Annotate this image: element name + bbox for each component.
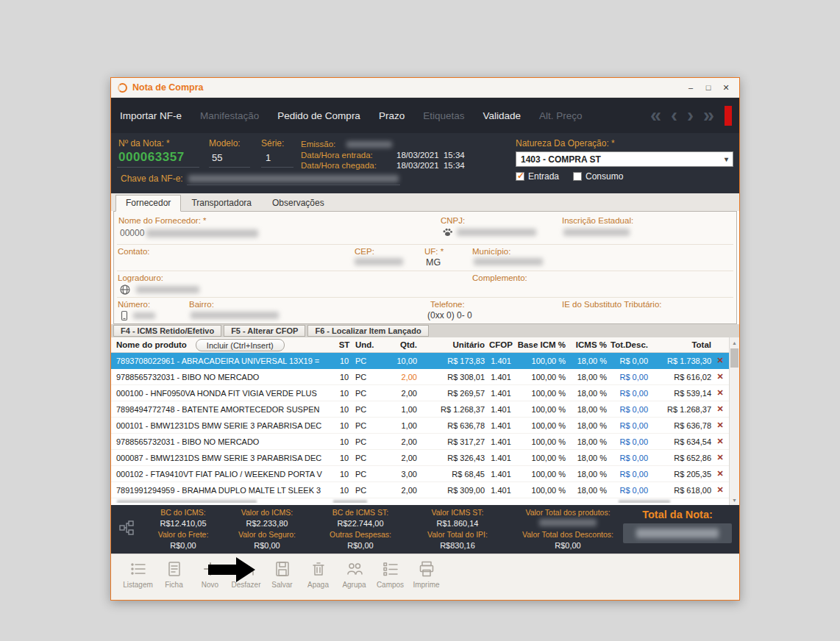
table-row[interactable]: 7891991294959 - BRAHMA DUPLO MALTE LT SL… [111,482,739,498]
salvar-button[interactable]: Salvar [264,559,300,589]
unitario-cell: R$ 1.268,37 [417,405,485,414]
tab-fornecedor[interactable]: Fornecedor [115,195,181,212]
chave-nfe-value-redacted [188,175,399,182]
menu-etiquetas: Etiquetas [423,110,464,121]
first-record-icon[interactable]: « [650,106,661,126]
table-row[interactable]: 000102 - FTA9410VT FIAT PALIO / WEEKEND … [111,466,739,482]
complemento-label: Complemento: [472,273,527,282]
icms-cell: 18,00 % [566,373,607,382]
qtd-cell: 2,00 [379,437,417,446]
divider [117,271,733,271]
imprime-button[interactable]: Imprime [408,559,444,589]
f6-localizar-item-button[interactable]: F6 - Localizar Item Lançado [307,325,428,337]
menu-validade[interactable]: Validade [483,110,521,121]
tab-strip: Fornecedor Transportadora Observações [111,193,739,211]
ficha-button[interactable]: Ficha [156,559,192,589]
total-cell: R$ 205,35 [648,470,711,479]
valor-icms-label: Valor do ICMS: [241,507,293,518]
emissao-value-redacted [346,141,392,148]
f5-alterar-cfop-button[interactable]: F5 - Alterar CFOP [224,325,305,337]
tot-desc-cell: R$ 0,00 [607,373,648,382]
scrollbar-thumb[interactable] [730,348,738,368]
cfop-cell: 1.401 [485,454,517,462]
logradouro-label: Logradouro: [118,273,163,282]
table-row[interactable]: 000087 - BMW1231DS BMW SERIE 3 PARABRISA… [111,450,739,466]
base-icm-cell: 100,00 % [517,373,566,382]
cfop-cell: 1.401 [485,437,517,446]
data-hora-chegada-label: Data/Hora chegada: [301,161,377,170]
municipio-value-redacted [474,258,543,265]
cfop-cell: 1.401 [485,357,517,365]
consumo-checkbox[interactable]: Consumo [573,171,623,182]
unitario-cell: R$ 636,78 [417,421,485,430]
st-cell: 10 [335,421,354,430]
previous-record-icon[interactable]: ‹ [671,106,677,126]
base-icm-cell: 100,00 % [517,470,566,479]
tab-transportadora[interactable]: Transportadora [181,195,262,212]
agrupa-button[interactable]: Agrupa [336,559,372,589]
table-row[interactable]: 000100 - HNF0950VA HONDA FIT VIGIA VERDE… [111,385,739,401]
last-record-icon[interactable]: » [703,106,714,126]
table-row[interactable]: 7898494772748 - BATENTE AMORTECEDOR SUSP… [111,401,739,418]
delete-row-icon[interactable]: ✕ [711,437,729,446]
apaga-button[interactable]: Apaga [300,559,336,589]
delete-row-icon[interactable]: ✕ [711,420,729,430]
base-icm-cell: 100,00 % [517,421,566,430]
total-da-nota: Total da Nota: [623,509,732,543]
cep-label: CEP: [355,247,374,256]
table-row[interactable]: 000101 - BMW1231DS BMW SERIE 3 PARABRISA… [111,418,739,434]
chevron-down-icon: ▾ [725,155,728,163]
listagem-label: Listagem [123,581,153,589]
serie-value: 1 [266,152,271,163]
f4-icms-retido-button[interactable]: F4 - ICMS Retido/Efetivo [113,325,221,337]
delete-row-icon[interactable]: ✕ [711,388,729,398]
vertical-scrollbar[interactable]: ▲ ▼ [729,337,739,505]
tab-observacoes[interactable]: Observações [262,195,335,212]
function-key-bar: F4 - ICMS Retido/Efetivo F5 - Alterar CF… [111,324,739,337]
table-row[interactable]: 9788565732031 - BIBO NO MERCADO 10 PC 2,… [111,434,739,450]
uf-value: MG [426,257,441,268]
save-floppy-icon [273,559,292,579]
totals-col-1: BC do ICMS: R$12.410,05 Valor do Frete: … [143,507,223,551]
menu-prazo[interactable]: Prazo [379,110,405,121]
close-button[interactable]: ✕ [717,80,735,95]
listagem-button[interactable]: Listagem [120,559,156,589]
table-row[interactable]: 7893708022961 - ABRACADEIRA UNIVERSAL 13… [111,353,739,369]
clipped-row-text [619,500,670,503]
unitario-cell: R$ 309,00 [417,486,485,495]
icms-cell: 18,00 % [566,486,607,495]
next-record-icon[interactable]: › [687,106,694,126]
campos-button[interactable]: Campos [372,559,408,589]
maximize-button[interactable]: □ [700,80,717,95]
minimize-button[interactable]: – [682,80,700,95]
totals-tree-icon [118,520,143,539]
tot-desc-cell: R$ 0,00 [607,405,648,414]
telefone-label: Telefone: [430,300,465,309]
natureza-operacao-select[interactable]: 1403 - COMPRA ST ▾ [516,151,733,167]
outras-despesas-value: R$0,00 [347,540,373,551]
scroll-down-icon[interactable]: ▼ [730,495,739,505]
delete-row-icon[interactable]: ✕ [711,356,729,365]
und-cell: PC [354,437,379,446]
icms-cell: 18,00 % [566,437,607,446]
entrada-checkbox[interactable]: ✓ Entrada [516,171,559,182]
delete-row-icon[interactable]: ✕ [711,469,729,479]
phone-icon [119,310,129,321]
menu-pedido-de-compra[interactable]: Pedido de Compra [277,110,360,121]
title-bar: Nota de Compra – □ ✕ [111,78,739,98]
paw-icon [442,226,453,237]
delete-row-icon[interactable]: ✕ [711,453,729,462]
menu-importar-nfe[interactable]: Importar NF-e [120,110,182,121]
table-row[interactable]: 9788565732031 - BIBO NO MERCADO 10 PC 2,… [111,369,739,385]
nome-fornecedor-redacted [146,229,258,237]
delete-row-icon[interactable]: ✕ [711,404,729,414]
emissao-label: Emissão: [301,140,335,148]
und-cell: PC [354,405,379,414]
incluir-button[interactable]: Incluir (Ctrl+Insert) [196,339,285,351]
total-cell: R$ 636,78 [648,421,711,430]
delete-row-icon[interactable]: ✕ [711,485,729,495]
ficha-label: Ficha [165,581,182,589]
scroll-up-icon[interactable]: ▲ [730,337,739,348]
nota-header-form: Nº da Nota: * 000063357 Modelo: 55 Série… [111,133,739,193]
delete-row-icon[interactable]: ✕ [711,372,729,382]
